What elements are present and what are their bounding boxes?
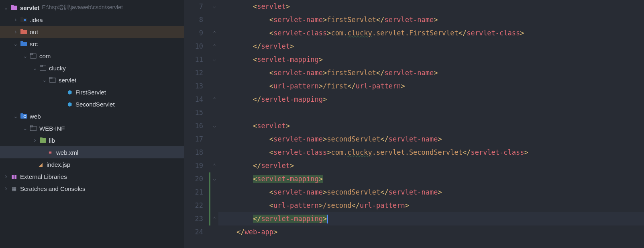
change-marker [209,212,210,225]
tree-item-lib[interactable]: lib [0,134,184,146]
tree-label: lib [49,137,55,144]
fold-handle[interactable]: ⌃ [210,159,218,172]
chevron-down-icon[interactable] [22,126,28,130]
code-line[interactable]: <servlet-name>firstServlet</servlet-name… [218,13,644,27]
tree-label: External Libraries [20,173,67,180]
svg-rect-16 [20,113,23,115]
chevron-right-icon[interactable] [13,30,18,34]
line-number: 18 [184,146,203,159]
code-line[interactable]: <servlet-mapping> [218,53,644,66]
fold-handle[interactable]: ⌵ [210,172,218,186]
change-marker [209,199,210,212]
tree-item-com[interactable]: com [0,50,184,62]
fold-handle [210,146,218,159]
code-line[interactable]: </servlet> [218,159,644,172]
tree-label: FirstServlet [75,89,106,96]
line-number: 17 [184,133,203,146]
tree-item-idea[interactable]: .idea [0,14,184,26]
chevron-down-icon[interactable] [32,66,38,70]
tree-item-src[interactable]: src [0,38,184,50]
code-line[interactable]: <servlet> [218,0,644,13]
line-number: 13 [184,80,203,93]
tree-item-first-servlet[interactable]: ⬢ FirstServlet [0,86,184,98]
fold-handle[interactable]: ⌃ [210,27,218,40]
line-number: 12 [184,66,203,80]
fold-handle[interactable]: ⌵ [210,0,218,13]
code-editor[interactable]: 7 8 9 10 11 12 13 14 15 16 17 18 19 20 2… [184,0,644,248]
class-icon: ⬢ [66,100,73,108]
libraries-icon: ▮▮ [10,173,18,180]
line-number: 15 [184,106,203,119]
package-folder-icon [30,52,37,59]
chevron-down-icon[interactable] [3,6,9,10]
code-line[interactable]: <url-pattern>/first</url-pattern> [218,80,644,93]
tree-item-index-jsp[interactable]: ◢ index.jsp [0,158,184,170]
tree-root-servlet[interactable]: servlet E:\hsp培训\javaweb\csdn\servlet [0,2,184,14]
out-folder-icon [20,28,27,35]
code-line[interactable] [218,106,644,119]
line-number: 7 [184,0,203,13]
tree-item-webinf[interactable]: WEB-INF [0,122,184,134]
scratches-icon: ▦ [10,185,18,192]
fold-handle[interactable]: ⌃ [210,40,218,53]
fold-handle [210,106,218,119]
tree-label: SecondServlet [75,101,115,108]
tree-item-second-servlet[interactable]: ⬢ SecondServlet [0,98,184,110]
line-number: 22 [184,199,203,212]
package-folder-icon [49,76,56,84]
project-tree[interactable]: servlet E:\hsp培训\javaweb\csdn\servlet .i… [0,0,184,248]
code-area[interactable]: <servlet> <servlet-name>firstServlet</se… [218,0,644,248]
fold-handle [210,66,218,80]
tree-item-clucky[interactable]: clucky [0,62,184,74]
code-line[interactable]: <servlet-name>secondServlet</servlet-nam… [218,186,644,199]
tree-label: servlet [59,77,76,84]
tree-label: index.jsp [47,161,70,168]
tree-label: Scratches and Consoles [20,185,86,192]
change-marker [209,172,210,186]
chevron-down-icon[interactable] [13,42,18,46]
tree-label: com [39,53,51,59]
fold-handle[interactable]: ⌃ [210,212,218,225]
tree-item-scratches[interactable]: ▦ Scratches and Consoles [0,182,184,195]
tree-item-out[interactable]: out [0,26,184,38]
tree-item-web[interactable]: web [0,110,184,122]
tree-item-external-libraries[interactable]: ▮▮ External Libraries [0,170,184,182]
code-line[interactable]: <servlet> [218,119,644,133]
fold-handle[interactable]: ⌵ [210,53,218,66]
project-name: servlet [20,4,39,11]
chevron-right-icon[interactable] [13,18,18,22]
line-number: 23 [184,212,203,225]
code-line[interactable]: <servlet-name>firstServlet</servlet-name… [218,66,644,80]
chevron-right-icon[interactable] [3,174,9,178]
chevron-down-icon[interactable] [13,114,18,118]
code-line[interactable]: <servlet-class>com.clucky.servlet.FirstS… [218,27,644,40]
svg-rect-21 [40,137,43,139]
chevron-down-icon[interactable] [42,78,47,82]
chevron-right-icon[interactable] [3,187,9,191]
code-line[interactable]: </web-app> [218,225,644,239]
code-line[interactable]: </servlet> [218,40,644,53]
fold-handle[interactable]: ⌃ [210,93,218,106]
line-number: 10 [184,40,203,53]
tree-item-servlet-pkg[interactable]: servlet [0,74,184,86]
line-number: 9 [184,27,203,40]
code-line[interactable]: <url-pattern>/second</url-pattern> [218,199,644,212]
line-number: 11 [184,53,203,66]
code-line[interactable]: </servlet-mapping> [218,93,644,106]
tree-item-web-xml[interactable]: ≡ web.xml [0,146,184,158]
line-number: 16 [184,119,203,133]
chevron-down-icon[interactable] [22,54,28,58]
change-marker [209,186,210,199]
code-line-current[interactable]: </servlet-mapping> [218,212,644,225]
project-icon [10,4,18,11]
fold-handle[interactable]: ⌵ [210,119,218,133]
idea-folder-icon [20,16,27,23]
fold-gutter[interactable]: ⌵ ⌃ ⌃ ⌵ ⌃ ⌵ ⌃ ⌵ ⌃ [210,0,218,248]
code-line[interactable]: <servlet-name>secondServlet</servlet-nam… [218,133,644,146]
tree-label: WEB-INF [39,125,65,132]
line-number: 20 [184,172,203,186]
code-line[interactable]: <servlet-mapping> [218,172,644,186]
code-line[interactable]: <servlet-class>com.clucky.servlet.Second… [218,146,644,159]
chevron-right-icon[interactable] [32,138,38,142]
line-number-gutter: 7 8 9 10 11 12 13 14 15 16 17 18 19 20 2… [184,0,210,248]
